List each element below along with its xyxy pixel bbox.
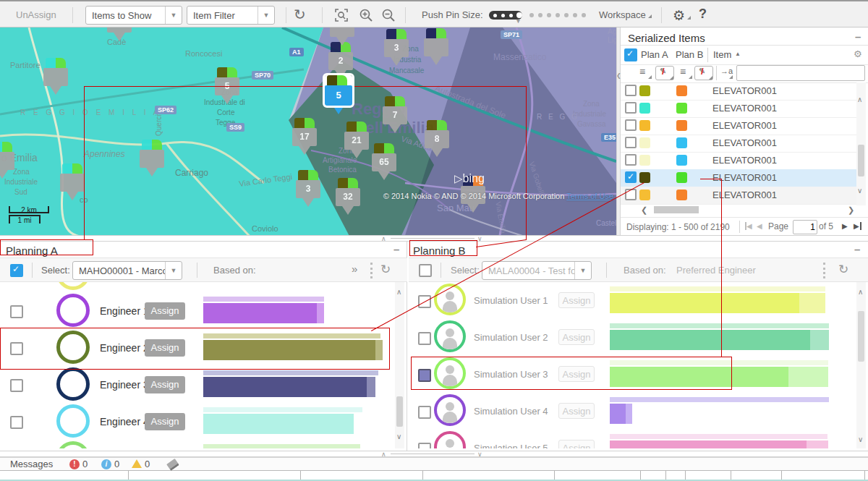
- row-checkbox[interactable]: [625, 85, 637, 96]
- map-pin-cluster[interactable]: 2: [328, 42, 353, 79]
- assign-button[interactable]: Assign: [145, 376, 185, 393]
- scroll-thumb[interactable]: [858, 311, 864, 362]
- engineer-row[interactable]: [0, 282, 395, 293]
- zoom-out-icon[interactable]: [381, 8, 396, 22]
- gear-icon[interactable]: ⚙: [673, 7, 685, 24]
- planning-b-vscrollbar[interactable]: ∧ ∨: [856, 282, 866, 448]
- row-checkbox[interactable]: [10, 379, 23, 392]
- first-page-icon[interactable]: ◀: [745, 222, 752, 230]
- starts-with-filter-icon[interactable]: →a: [720, 67, 733, 75]
- simulation-user-row[interactable]: Simulation User 1 Assign: [409, 282, 856, 320]
- drag-handle-dots[interactable]: [370, 263, 375, 278]
- serialized-row[interactable]: ELEVATOR001: [621, 152, 856, 170]
- row-checkbox[interactable]: [10, 305, 23, 318]
- scroll-left-icon[interactable]: ❮: [641, 205, 647, 215]
- row-checkbox[interactable]: [418, 332, 431, 345]
- plan-a-edit-filter-icon[interactable]: ✎ /: [655, 66, 674, 80]
- terms-of-use-link[interactable]: Terms of Use: [566, 192, 613, 200]
- next-page-icon[interactable]: ▶: [842, 222, 848, 230]
- prev-page-icon[interactable]: ◀: [757, 222, 762, 230]
- serialized-row[interactable]: ELEVATOR001: [621, 82, 856, 101]
- assign-button[interactable]: Assign: [145, 413, 185, 430]
- row-checkbox[interactable]: [418, 443, 431, 448]
- simulation-user-row[interactable]: Simulation User 4 Assign: [409, 393, 856, 430]
- scroll-down-icon[interactable]: ∨: [858, 435, 863, 443]
- scroll-thumb[interactable]: [858, 145, 864, 176]
- column-item[interactable]: Item: [713, 49, 731, 60]
- gear-icon[interactable]: ⚙: [854, 48, 862, 59]
- filter-operator-icon[interactable]: ≡: [639, 66, 645, 77]
- scroll-right-icon[interactable]: ❯: [848, 205, 854, 215]
- scroll-up-icon[interactable]: ∧: [396, 288, 401, 296]
- engineer-row[interactable]: Engineer 1 Assign: [0, 292, 395, 330]
- row-checkbox[interactable]: [10, 416, 23, 429]
- refresh-icon[interactable]: ↻: [294, 8, 306, 21]
- refresh-icon[interactable]: ↻: [380, 262, 391, 277]
- map-pin-cluster[interactable]: [60, 163, 85, 200]
- minimize-button[interactable]: –: [855, 30, 861, 43]
- engineer-row[interactable]: Engineer 4 Assign: [0, 403, 395, 440]
- serialized-row[interactable]: ELEVATOR001: [621, 187, 856, 205]
- map-pin-cluster[interactable]: [330, 27, 354, 46]
- help-button[interactable]: ?: [699, 7, 707, 22]
- map-pin-selected[interactable]: 5: [325, 75, 352, 114]
- row-checkbox[interactable]: [625, 189, 637, 200]
- filter-operator-icon[interactable]: ≡: [680, 66, 686, 77]
- scroll-up-icon[interactable]: ∧: [858, 288, 863, 296]
- serialized-row-selected[interactable]: ELEVATOR001: [621, 169, 856, 187]
- plan-b-active-checkbox[interactable]: [419, 264, 432, 277]
- minimize-button[interactable]: –: [393, 243, 399, 255]
- assign-button[interactable]: Assign: [145, 302, 185, 320]
- map-pin-cluster[interactable]: [0, 142, 14, 179]
- plan-a-active-checkbox[interactable]: [10, 264, 23, 277]
- simulation-user-row[interactable]: Simulation User 5 Assign: [409, 430, 856, 448]
- scroll-up-icon[interactable]: ∧: [857, 95, 862, 103]
- scroll-thumb[interactable]: [396, 396, 403, 427]
- serialized-row[interactable]: ELEVATOR001: [621, 135, 856, 153]
- page-input[interactable]: [793, 220, 817, 234]
- serialized-vscrollbar[interactable]: ∧ ∨: [856, 82, 866, 205]
- plan-b-select-dropdown[interactable]: MALA00004 - Test for de ▼: [482, 261, 592, 280]
- scroll-thumb[interactable]: [654, 206, 699, 213]
- scroll-down-icon[interactable]: ∨: [857, 187, 862, 195]
- plan-b-edit-filter-icon[interactable]: ✎ /: [694, 66, 713, 80]
- item-filter-dropdown[interactable]: Item Filter ▼: [187, 6, 275, 25]
- row-checkbox[interactable]: [625, 171, 637, 183]
- simulation-user-row[interactable]: Simulation User 2 Assign: [409, 319, 856, 357]
- last-page-icon[interactable]: ▶: [854, 222, 861, 230]
- row-checkbox[interactable]: [625, 137, 637, 148]
- map-pin-cluster[interactable]: [107, 27, 132, 41]
- eraser-icon[interactable]: [166, 459, 179, 471]
- column-plan-b[interactable]: Plan B: [676, 49, 703, 60]
- serialized-hscrollbar[interactable]: ❮ ❯: [621, 205, 868, 216]
- column-plan-a[interactable]: Plan A: [641, 49, 668, 60]
- scroll-down-icon[interactable]: ∨: [396, 433, 401, 440]
- serialized-row[interactable]: ELEVATOR001: [621, 100, 856, 118]
- overflow-chevron[interactable]: »: [352, 263, 357, 275]
- drag-handle-dots[interactable]: [823, 263, 827, 278]
- map-canvas[interactable]: Cadè Partitore Roncocesi R E G G I O E M…: [0, 27, 616, 240]
- item-filter-input[interactable]: [736, 65, 865, 81]
- engineer-row[interactable]: Engineer 3 Assign: [0, 366, 395, 404]
- map-pin-cluster[interactable]: 3: [384, 29, 409, 66]
- plan-a-select-dropdown[interactable]: MAHO00001 - Marco Ho ▼: [72, 261, 182, 280]
- row-checkbox[interactable]: [625, 154, 637, 166]
- zoom-in-icon[interactable]: [359, 8, 373, 22]
- row-checkbox[interactable]: [625, 119, 637, 131]
- unassign-button[interactable]: UnAssign: [16, 9, 56, 20]
- minimize-button[interactable]: –: [854, 243, 860, 255]
- select-all-checkbox[interactable]: [624, 48, 637, 61]
- horizontal-splitter[interactable]: ∧ ∨: [0, 451, 868, 457]
- map-pin-cluster[interactable]: [43, 58, 68, 95]
- pin-size-slider-track[interactable]: [527, 13, 584, 17]
- refresh-icon[interactable]: ↻: [838, 262, 848, 277]
- serialized-row[interactable]: ELEVATOR001: [621, 117, 856, 135]
- workspace-menu[interactable]: Workspace: [599, 9, 646, 20]
- row-checkbox[interactable]: [625, 102, 637, 114]
- engineer-row[interactable]: [0, 440, 395, 448]
- zoom-to-fit-icon[interactable]: [334, 8, 349, 22]
- row-checkbox[interactable]: [418, 406, 431, 419]
- planning-a-vscrollbar[interactable]: ∧ ∨: [395, 282, 404, 448]
- map-pin-cluster[interactable]: [424, 28, 448, 65]
- items-to-show-dropdown[interactable]: Items to Show ▼: [85, 6, 182, 25]
